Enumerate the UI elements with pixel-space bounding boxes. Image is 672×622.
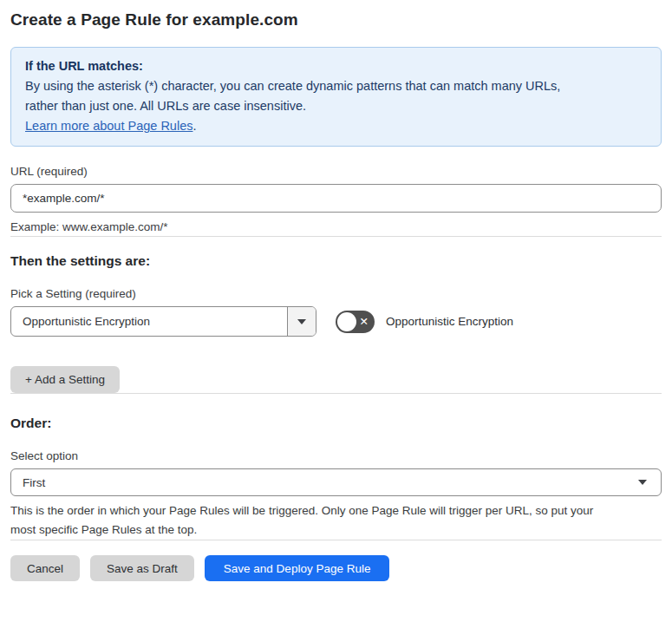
select-option-label: Select option: [10, 449, 662, 462]
order-section-heading: Order:: [10, 416, 662, 431]
cancel-button[interactable]: Cancel: [10, 555, 80, 581]
url-example-helper: Example: www.example.com/*: [10, 219, 662, 236]
pick-setting-label: Pick a Setting (required): [10, 287, 662, 300]
divider: [10, 540, 662, 540]
learn-more-link[interactable]: Learn more about Page Rules: [25, 119, 192, 133]
save-as-draft-button[interactable]: Save as Draft: [90, 555, 194, 581]
info-box-body-line-2: rather than just one. All URLs are case …: [25, 96, 647, 116]
toggle-off-x-icon: ✕: [360, 316, 369, 327]
divider: [10, 236, 662, 237]
order-helper-line-1: This is the order in which your Page Rul…: [10, 501, 662, 521]
info-box-body-line-1: By using the asterisk (*) character, you…: [25, 76, 647, 96]
info-box-heading: If the URL matches:: [25, 56, 647, 76]
order-select-value: First: [23, 476, 45, 489]
chevron-down-icon: [638, 480, 647, 485]
setting-picker-row: Opportunistic Encryption ✕ Opportunistic…: [10, 306, 662, 337]
page-rule-form: Create a Page Rule for example.com If th…: [0, 10, 672, 581]
info-box-link-line: Learn more about Page Rules.: [25, 116, 647, 136]
url-matches-info-box: If the URL matches: By using the asteris…: [10, 47, 662, 147]
setting-dropdown-caret-button[interactable]: [287, 307, 316, 336]
page-title: Create a Page Rule for example.com: [10, 10, 662, 29]
opportunistic-encryption-toggle[interactable]: ✕: [336, 311, 375, 333]
setting-dropdown[interactable]: Opportunistic Encryption: [10, 306, 316, 337]
setting-dropdown-value: Opportunistic Encryption: [11, 307, 287, 336]
order-select[interactable]: First: [10, 468, 662, 496]
toggle-knob: [337, 312, 356, 331]
link-period: .: [192, 119, 196, 133]
footer-actions: Cancel Save as Draft Save and Deploy Pag…: [10, 555, 662, 581]
save-and-deploy-button[interactable]: Save and Deploy Page Rule: [205, 555, 390, 581]
chevron-down-icon: [297, 319, 306, 324]
order-helper-text: This is the order in which your Page Rul…: [10, 501, 662, 540]
order-helper-line-2: most specific Page Rules at the top.: [10, 521, 662, 540]
url-input[interactable]: [10, 184, 662, 213]
settings-section-heading: Then the settings are:: [10, 253, 662, 269]
add-setting-button[interactable]: + Add a Setting: [10, 366, 120, 393]
divider: [10, 393, 662, 394]
url-field-label: URL (required): [10, 165, 662, 178]
toggle-label: Opportunistic Encryption: [386, 315, 513, 328]
